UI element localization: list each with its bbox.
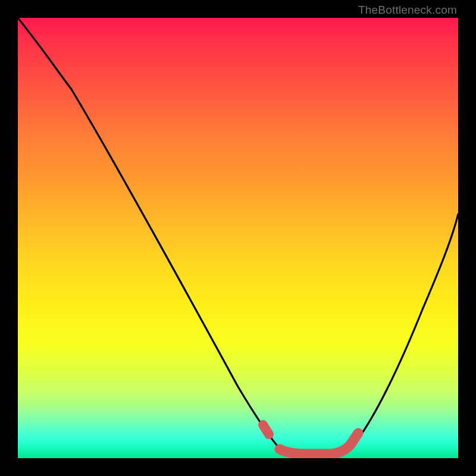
watermark-text: TheBottleneck.com	[358, 4, 457, 17]
bottleneck-curve	[18, 18, 458, 453]
optimal-range-highlight-left	[263, 425, 269, 434]
optimal-range-highlight	[280, 433, 358, 454]
chart-frame: TheBottleneck.com	[0, 0, 476, 476]
chart-svg	[18, 18, 458, 458]
plot-area	[18, 18, 458, 458]
